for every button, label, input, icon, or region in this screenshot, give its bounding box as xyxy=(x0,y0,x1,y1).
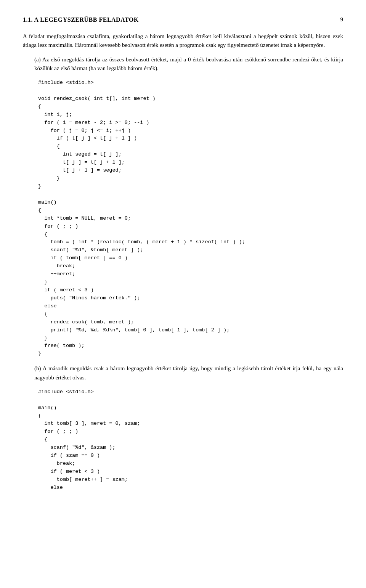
part-a-code: #include <stdio.h> void rendez_csok( int… xyxy=(38,79,343,358)
part-b-label: (b) xyxy=(34,365,41,371)
intro-paragraph: A feladat megfogalmazása csalafinta, gya… xyxy=(23,32,343,50)
page-number: 9 xyxy=(340,15,344,24)
chapter-title: 1.1. A LEGEGYSZERŰBB FELADATOK xyxy=(23,15,139,24)
part-b-code: #include <stdio.h> main() { int tomb[ 3 … xyxy=(38,388,343,492)
part-b-body: A második megoldás csak a három legnagyo… xyxy=(34,365,343,380)
part-a-section: (a) Az első megoldás tárolja az összes b… xyxy=(23,55,343,358)
part-a-paragraph: (a) Az első megoldás tárolja az összes b… xyxy=(34,55,343,73)
part-a-label: (a) xyxy=(34,56,41,63)
page-header: 1.1. A LEGEGYSZERŰBB FELADATOK 9 xyxy=(23,15,343,24)
intro-text: A feladat megfogalmazása csalafinta, gya… xyxy=(23,33,343,48)
part-a-body: Az első megoldás tárolja az összes beolv… xyxy=(34,56,343,71)
part-b-section: (b) A második megoldás csak a három legn… xyxy=(23,364,343,492)
page-container: 1.1. A LEGEGYSZERŰBB FELADATOK 9 A felad… xyxy=(23,15,343,492)
part-b-paragraph: (b) A második megoldás csak a három legn… xyxy=(34,364,343,382)
